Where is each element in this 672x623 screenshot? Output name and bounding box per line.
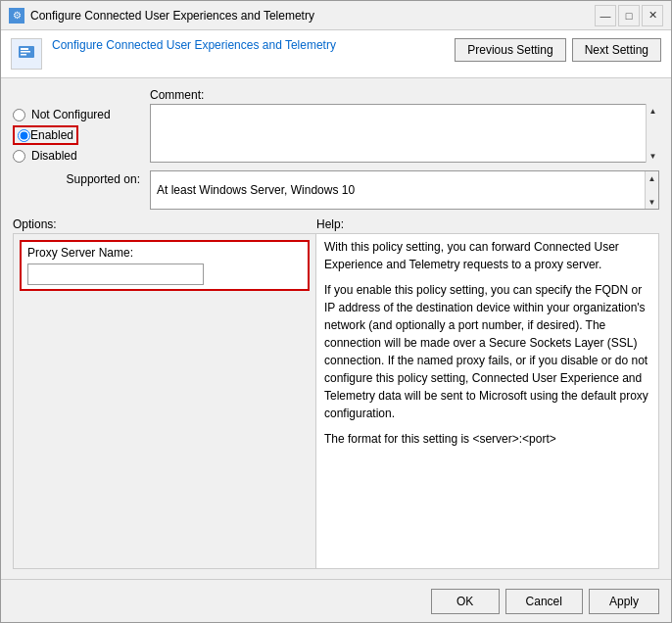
radio-not-configured-label: Not Configured bbox=[31, 108, 111, 121]
header-title-area: Configure Connected User Experiences and… bbox=[52, 38, 445, 52]
minimize-button[interactable]: — bbox=[595, 5, 616, 26]
supported-scroll-down: ▼ bbox=[647, 196, 658, 208]
radio-comment-row: Not Configured Enabled Disabled Comment: bbox=[13, 88, 659, 163]
radio-disabled-label: Disabled bbox=[31, 149, 77, 163]
radio-disabled-input[interactable] bbox=[13, 150, 25, 163]
radio-enabled-input[interactable] bbox=[18, 129, 30, 142]
radio-not-configured-input[interactable] bbox=[13, 109, 25, 121]
scroll-down-arrow: ▼ bbox=[648, 150, 659, 162]
next-setting-button[interactable]: Next Setting bbox=[572, 38, 661, 62]
help-label: Help: bbox=[316, 217, 344, 231]
header-title-plain: Configure Connected User Experiences and bbox=[52, 38, 285, 52]
svg-rect-2 bbox=[21, 51, 30, 53]
help-para-2: If you enable this policy setting, you c… bbox=[324, 281, 650, 422]
supported-value-box: At least Windows Server, Windows 10 ▲ ▼ bbox=[150, 170, 659, 210]
close-button[interactable]: ✕ bbox=[642, 5, 663, 26]
title-bar: ⚙ Configure Connected User Experiences a… bbox=[1, 1, 671, 30]
options-label: Options: bbox=[13, 217, 57, 231]
supported-value-text: At least Windows Server, Windows 10 bbox=[157, 183, 370, 197]
supported-scrollbar: ▲ ▼ bbox=[645, 171, 658, 209]
comment-textarea[interactable] bbox=[150, 104, 659, 163]
window-icon-glyph: ⚙ bbox=[13, 10, 22, 21]
radio-enabled-box: Enabled bbox=[13, 125, 78, 145]
proxy-section: Proxy Server Name: bbox=[20, 240, 310, 291]
proxy-input[interactable] bbox=[27, 264, 204, 285]
previous-setting-button[interactable]: Previous Setting bbox=[455, 38, 565, 62]
header-section: Configure Connected User Experiences and… bbox=[1, 30, 671, 78]
options-header-cell: Options: bbox=[13, 217, 316, 231]
sections-labels-row: Options: Help: bbox=[13, 217, 659, 231]
content-area: Not Configured Enabled Disabled Comment: bbox=[1, 78, 671, 579]
radio-disabled[interactable]: Disabled bbox=[13, 149, 140, 163]
proxy-label: Proxy Server Name: bbox=[27, 246, 302, 260]
window-icon: ⚙ bbox=[9, 8, 24, 24]
help-panel: With this policy setting, you can forwar… bbox=[316, 233, 659, 569]
supported-label: Supported on: bbox=[13, 170, 140, 186]
radio-enabled[interactable]: Enabled bbox=[13, 125, 140, 145]
radio-group: Not Configured Enabled Disabled bbox=[13, 88, 140, 163]
maximize-button[interactable]: □ bbox=[618, 5, 640, 26]
help-para-1: With this policy setting, you can forwar… bbox=[324, 238, 650, 273]
radio-enabled-label: Enabled bbox=[30, 128, 73, 142]
comment-section: Comment: ▲ ▼ bbox=[150, 88, 659, 163]
header-title: Configure Connected User Experiences and… bbox=[52, 38, 336, 52]
ok-button[interactable]: OK bbox=[431, 589, 500, 614]
help-header-cell: Help: bbox=[316, 217, 659, 231]
svg-rect-1 bbox=[21, 48, 28, 50]
help-content: With this policy setting, you can forwar… bbox=[316, 234, 658, 568]
policy-icon bbox=[17, 44, 36, 64]
main-window: ⚙ Configure Connected User Experiences a… bbox=[0, 0, 672, 623]
options-panel: Proxy Server Name: bbox=[13, 233, 316, 569]
cancel-button[interactable]: Cancel bbox=[505, 589, 583, 614]
bottom-bar: OK Cancel Apply bbox=[1, 579, 671, 622]
scroll-up-arrow: ▲ bbox=[648, 105, 659, 117]
comment-label: Comment: bbox=[150, 88, 659, 102]
help-para-3: The format for this setting is <server>:… bbox=[324, 430, 650, 448]
apply-button[interactable]: Apply bbox=[589, 589, 659, 614]
supported-scroll-up: ▲ bbox=[647, 172, 658, 184]
supported-row: Supported on: At least Windows Server, W… bbox=[13, 170, 659, 210]
title-bar-controls: — □ ✕ bbox=[595, 5, 663, 26]
header-buttons: Previous Setting Next Setting bbox=[455, 38, 661, 62]
comment-scrollbar: ▲ ▼ bbox=[646, 104, 659, 163]
header-title-link: Telemetry bbox=[285, 38, 336, 52]
header-icon bbox=[11, 38, 42, 70]
two-panel-row: Proxy Server Name: With this policy sett… bbox=[13, 233, 659, 569]
svg-rect-3 bbox=[21, 54, 26, 56]
radio-not-configured[interactable]: Not Configured bbox=[13, 108, 140, 121]
title-bar-text: Configure Connected User Experiences and… bbox=[30, 9, 595, 23]
